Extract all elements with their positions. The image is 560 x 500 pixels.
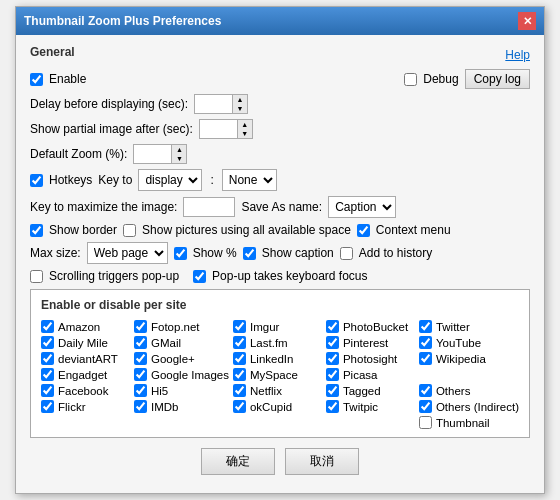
web-page-select[interactable]: Web page xyxy=(87,242,168,264)
site-checkbox[interactable] xyxy=(134,384,147,397)
list-item: Picasa xyxy=(326,368,415,381)
delay-down[interactable]: ▼ xyxy=(233,104,247,113)
sites-section: Enable or disable per site AmazonFotop.n… xyxy=(30,289,530,438)
list-item xyxy=(134,416,229,429)
list-item: deviantART xyxy=(41,352,130,365)
site-label: Tagged xyxy=(343,385,381,397)
add-history-label: Add to history xyxy=(359,246,432,260)
none-select[interactable]: None xyxy=(222,169,277,191)
show-border-checkbox[interactable] xyxy=(30,224,43,237)
show-percent-checkbox[interactable] xyxy=(174,247,187,260)
zoom-spinner: 144 ▲ ▼ xyxy=(133,144,187,164)
list-item: Tagged xyxy=(326,384,415,397)
popup-checkbox[interactable] xyxy=(193,270,206,283)
hotkeys-label: Hotkeys xyxy=(49,173,92,187)
partial-down[interactable]: ▼ xyxy=(238,129,252,138)
site-checkbox[interactable] xyxy=(233,336,246,349)
list-item xyxy=(41,416,130,429)
site-checkbox[interactable] xyxy=(41,384,54,397)
site-checkbox[interactable] xyxy=(233,320,246,333)
button-row: 确定 取消 xyxy=(30,448,530,483)
context-menu-checkbox[interactable] xyxy=(357,224,370,237)
site-checkbox[interactable] xyxy=(419,352,432,365)
list-item: okCupid xyxy=(233,400,322,413)
delay-spinner: 0.2 ▲ ▼ xyxy=(194,94,248,114)
site-checkbox[interactable] xyxy=(326,320,339,333)
site-checkbox[interactable] xyxy=(326,384,339,397)
caption-select[interactable]: Caption xyxy=(328,196,396,218)
show-caption-checkbox[interactable] xyxy=(243,247,256,260)
cancel-button[interactable]: 取消 xyxy=(285,448,359,475)
site-checkbox[interactable] xyxy=(41,400,54,413)
site-checkbox[interactable] xyxy=(419,400,432,413)
site-checkbox[interactable] xyxy=(326,336,339,349)
site-checkbox[interactable] xyxy=(419,320,432,333)
list-item: Imgur xyxy=(233,320,322,333)
site-checkbox[interactable] xyxy=(41,336,54,349)
list-item: Google+ xyxy=(134,352,229,365)
main-content: General Help Enable Debug Copy log Delay… xyxy=(16,35,544,493)
shift-input[interactable]: SHIFT xyxy=(183,197,235,217)
site-checkbox[interactable] xyxy=(233,352,246,365)
zoom-down[interactable]: ▼ xyxy=(172,154,186,163)
maxsize-row: Max size: Web page Show % Show caption A… xyxy=(30,242,530,264)
zoom-label: Default Zoom (%): xyxy=(30,147,127,161)
zoom-up[interactable]: ▲ xyxy=(172,145,186,154)
site-checkbox[interactable] xyxy=(233,368,246,381)
site-label: Amazon xyxy=(58,321,100,333)
delay-input[interactable]: 0.2 xyxy=(194,94,232,114)
site-label: Others xyxy=(436,385,471,397)
add-history-checkbox[interactable] xyxy=(340,247,353,260)
key-to-label: Key to xyxy=(98,173,132,187)
list-item: Facebook xyxy=(41,384,130,397)
list-item: Google Images xyxy=(134,368,229,381)
site-label: Hi5 xyxy=(151,385,168,397)
list-item xyxy=(419,368,519,381)
partial-row: Show partial image after (sec): 1.0 ▲ ▼ xyxy=(30,119,530,139)
ok-button[interactable]: 确定 xyxy=(201,448,275,475)
site-checkbox[interactable] xyxy=(326,400,339,413)
close-button[interactable]: ✕ xyxy=(518,12,536,30)
partial-up[interactable]: ▲ xyxy=(238,120,252,129)
site-label: Photosight xyxy=(343,353,397,365)
site-checkbox[interactable] xyxy=(134,368,147,381)
site-checkbox[interactable] xyxy=(419,416,432,429)
list-item xyxy=(326,416,415,429)
partial-input[interactable]: 1.0 xyxy=(199,119,237,139)
list-item: Last.fm xyxy=(233,336,322,349)
site-checkbox[interactable] xyxy=(419,336,432,349)
site-checkbox[interactable] xyxy=(41,352,54,365)
site-checkbox[interactable] xyxy=(134,320,147,333)
window-title: Thumbnail Zoom Plus Preferences xyxy=(24,14,221,28)
scrolling-checkbox[interactable] xyxy=(30,270,43,283)
site-checkbox[interactable] xyxy=(419,384,432,397)
site-checkbox[interactable] xyxy=(41,320,54,333)
list-item: Netflix xyxy=(233,384,322,397)
hotkeys-checkbox[interactable] xyxy=(30,174,43,187)
site-label: deviantART xyxy=(58,353,118,365)
enable-row: Enable Debug Copy log xyxy=(30,69,530,89)
site-checkbox[interactable] xyxy=(134,400,147,413)
site-checkbox[interactable] xyxy=(326,368,339,381)
delay-up[interactable]: ▲ xyxy=(233,95,247,104)
zoom-input[interactable]: 144 xyxy=(133,144,171,164)
site-checkbox[interactable] xyxy=(326,352,339,365)
site-checkbox[interactable] xyxy=(233,384,246,397)
debug-checkbox[interactable] xyxy=(404,73,417,86)
site-label: PhotoBucket xyxy=(343,321,408,333)
key-to-select[interactable]: display xyxy=(138,169,202,191)
show-caption-label: Show caption xyxy=(262,246,334,260)
site-checkbox[interactable] xyxy=(134,336,147,349)
list-item: YouTube xyxy=(419,336,519,349)
site-checkbox[interactable] xyxy=(233,400,246,413)
site-label: Flickr xyxy=(58,401,85,413)
show-pictures-checkbox[interactable] xyxy=(123,224,136,237)
list-item: Photosight xyxy=(326,352,415,365)
enable-checkbox[interactable] xyxy=(30,73,43,86)
site-label: Twitter xyxy=(436,321,470,333)
site-checkbox[interactable] xyxy=(41,368,54,381)
site-checkbox[interactable] xyxy=(134,352,147,365)
debug-label: Debug xyxy=(423,72,458,86)
copy-log-button[interactable]: Copy log xyxy=(465,69,530,89)
help-link[interactable]: Help xyxy=(505,48,530,62)
